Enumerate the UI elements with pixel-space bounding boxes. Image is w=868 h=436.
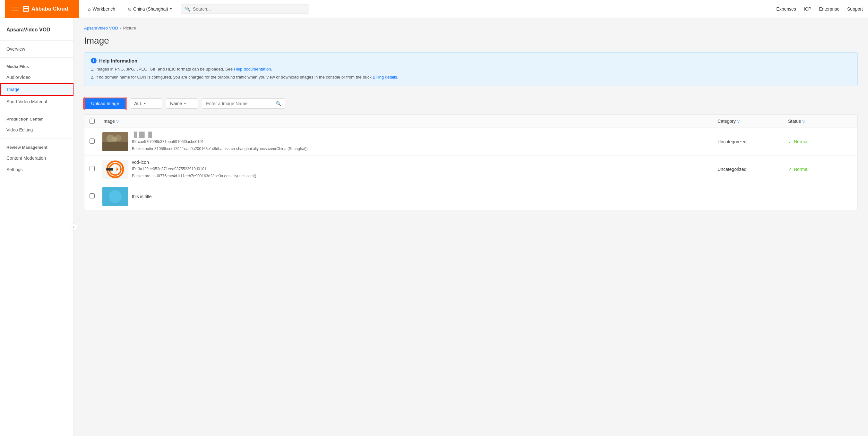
help-documentation-link[interactable]: Help documentation [234, 67, 271, 71]
svg-point-11 [109, 190, 122, 203]
row1-checkbox-cell [90, 138, 102, 144]
billing-details-link[interactable]: Billing details. [373, 75, 398, 79]
row3-checkbox[interactable] [90, 193, 95, 198]
row2-image-bucket: Bucket:pre-sh-0f775eac4d1f11eeb7e900163e… [132, 173, 256, 179]
row2-image-id: ID: 3a129ee052d371eea9375523919d0101 [132, 166, 256, 172]
select-all-checkbox[interactable] [90, 119, 95, 124]
svg-rect-1 [102, 142, 128, 151]
row2-image-info: vod-icon ID: 3a129ee052d371eea9375523919… [132, 160, 256, 179]
row2-checkbox[interactable] [90, 166, 95, 171]
sidebar: ApsaraVideo VOD Overview Media Files Aud… [0, 18, 74, 436]
row3-image-name: this is title [132, 194, 151, 199]
location-icon: ◎ [128, 7, 131, 11]
image-search-box[interactable]: 🔍 [202, 98, 285, 109]
expenses-link[interactable]: Expenses [776, 6, 796, 11]
table-row: vod-icon ID: 3a129ee052d371eea9375523919… [84, 156, 858, 183]
chevron-down-icon-name: ▾ [184, 102, 186, 105]
search-icon-table: 🔍 [276, 101, 281, 106]
status-filter-icon[interactable]: ▽ [802, 119, 805, 124]
divider-1 [0, 40, 73, 41]
header-checkbox-cell [90, 119, 102, 124]
logo-icon: ⊟ [23, 4, 29, 14]
svg-point-4 [112, 137, 117, 142]
icp-link[interactable]: ICP [804, 6, 811, 11]
header-status: Status ▽ [788, 119, 852, 124]
filter-all-label: ALL [134, 101, 142, 106]
row3-thumbnail [102, 187, 128, 206]
row1-image-cell: ▐▌█▌▐▌ ID: cae57f7098b371eea69106f0acbe0… [102, 132, 717, 152]
sidebar-item-audio-video[interactable]: Audio/Video [0, 71, 73, 83]
help-line-2: 2. If no domain name for CDN is configur… [91, 74, 851, 81]
row1-image-name: ▐▌█▌▐▌ [132, 132, 308, 137]
breadcrumb-current: Picture [123, 26, 136, 30]
sidebar-item-content-moderation[interactable]: Content Moderation [0, 152, 73, 164]
category-filter-dropdown[interactable]: ALL ▾ [130, 98, 162, 109]
row2-thumbnail [102, 160, 128, 179]
support-link[interactable]: Support [847, 6, 863, 11]
table-row: this is title [84, 183, 858, 210]
row2-category: Uncategorized [717, 167, 788, 172]
breadcrumb-separator: / [120, 26, 121, 30]
home-icon: ⌂ [88, 6, 91, 11]
image-filter-icon[interactable]: ▽ [116, 119, 119, 124]
sidebar-item-settings[interactable]: Settings [0, 164, 73, 175]
row3-image-cell: this is title [102, 187, 717, 206]
help-line-1: 1. Images in PNG, JPG, JPEG, GIF and HEI… [91, 66, 851, 73]
sidebar-section-media-files: Media Files [0, 60, 73, 71]
workbench-button[interactable]: ⌂ Workbench [84, 4, 119, 13]
search-type-dropdown[interactable]: Name ▾ [166, 98, 198, 109]
sidebar-item-overview[interactable]: Overview [0, 43, 73, 55]
row3-checkbox-cell [90, 193, 102, 199]
category-filter-icon[interactable]: ▽ [737, 119, 740, 124]
row1-category: Uncategorized [717, 139, 788, 144]
help-information-box: i Help Information 1. Images in PNG, JPG… [84, 52, 858, 86]
divider-2 [0, 57, 73, 58]
breadcrumb: ApsaraVideo VOD / Picture [84, 26, 858, 30]
logo-text: Alibaba Cloud [31, 6, 68, 12]
region-selector[interactable]: ◎ China (Shanghai) ▾ [124, 4, 176, 13]
search-input[interactable] [193, 6, 305, 11]
help-title: i Help Information [91, 58, 851, 64]
sidebar-app-title: ApsaraVideo VOD [0, 23, 73, 38]
toolbar: Upload Image ALL ▾ Name ▾ 🔍 [84, 93, 858, 109]
sidebar-section-production: Production Center [0, 113, 73, 124]
image-table: Image ▽ Category ▽ Status ▽ [84, 114, 858, 210]
hamburger-button[interactable] [10, 5, 20, 12]
row1-image-info: ▐▌█▌▐▌ ID: cae57f7098b371eea69106f0acbe0… [132, 132, 308, 152]
sidebar-section-review: Review Management [0, 141, 73, 152]
header-category: Category ▽ [717, 119, 788, 124]
row1-thumbnail [102, 132, 128, 151]
table-row: ▐▌█▌▐▌ ID: cae57f7098b371eea69106f0acbe0… [84, 128, 858, 156]
sidebar-item-image[interactable]: Image [0, 83, 73, 96]
row1-status-icon: ✓ [788, 139, 792, 144]
image-search-input[interactable] [206, 101, 273, 106]
upload-image-button[interactable]: Upload Image [84, 98, 126, 109]
row1-image-id: ID: cae57f7098b371eea69106f0acbe0101 [132, 139, 308, 144]
row2-status: ✓ Normal [788, 167, 852, 172]
info-icon: i [91, 58, 97, 64]
divider-4 [0, 138, 73, 138]
chevron-down-icon: ▾ [170, 7, 172, 10]
sidebar-item-short-video[interactable]: Short Video Material [0, 96, 73, 107]
row2-image-cell: vod-icon ID: 3a129ee052d371eea9375523919… [102, 160, 717, 179]
divider-3 [0, 110, 73, 110]
row1-checkbox[interactable] [90, 138, 95, 144]
filter-name-label: Name [170, 101, 182, 106]
table-header: Image ▽ Category ▽ Status ▽ [84, 115, 858, 128]
row2-checkbox-cell [90, 166, 102, 172]
chevron-down-icon-filter: ▾ [144, 102, 146, 105]
sidebar-collapse-button[interactable]: ‹ [70, 223, 78, 231]
header-image: Image ▽ [102, 119, 717, 124]
global-search[interactable]: 🔍 [181, 4, 309, 14]
main-content: ApsaraVideo VOD / Picture Image i Help I… [74, 18, 868, 436]
row1-thumb-svg [102, 132, 128, 151]
row2-status-icon: ✓ [788, 167, 792, 172]
breadcrumb-vod-link[interactable]: ApsaraVideo VOD [84, 26, 118, 30]
svg-rect-8 [106, 168, 113, 171]
sidebar-item-video-editing[interactable]: Video Editing [0, 124, 73, 136]
search-icon: 🔍 [185, 6, 190, 11]
row1-image-bucket: Bucket:outin-31059bcee78111eaa0a200163e1… [132, 146, 308, 152]
logo-area: ⊟ Alibaba Cloud [5, 0, 79, 18]
top-navigation: ⊟ Alibaba Cloud ⌂ Workbench ◎ China (Sha… [0, 0, 868, 18]
enterprise-link[interactable]: Enterprise [819, 6, 839, 11]
